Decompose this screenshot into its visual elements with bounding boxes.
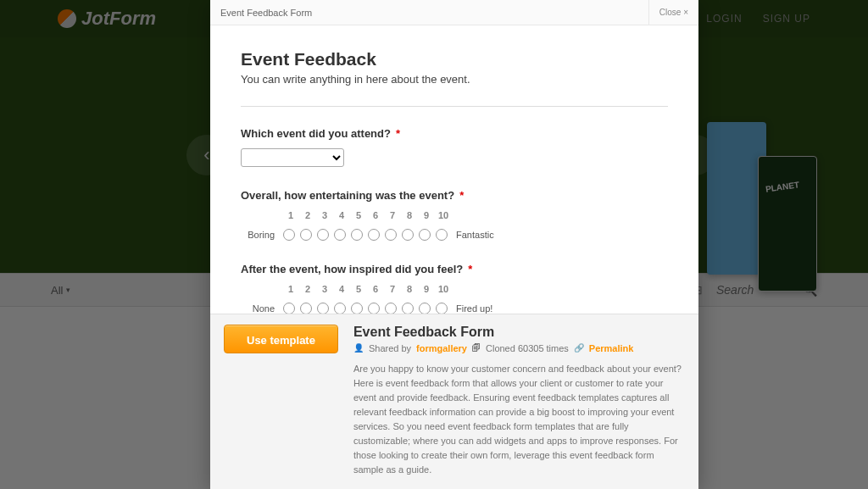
rating-radio[interactable] <box>283 303 295 314</box>
modal-footer: Use template Event Feedback Form 👤 Share… <box>210 314 698 489</box>
modal-title: Event Feedback Form <box>220 8 312 18</box>
event-select[interactable] <box>241 148 344 167</box>
q3-high-label: Fired up! <box>456 303 492 314</box>
form-title: Event Feedback <box>241 49 668 69</box>
rating-radio[interactable] <box>385 303 397 314</box>
rating-radio[interactable] <box>300 303 312 314</box>
rating-radio[interactable] <box>402 229 414 241</box>
rating-radio[interactable] <box>351 303 363 314</box>
rating-radio[interactable] <box>402 303 414 314</box>
link-icon: 🔗 <box>574 343 584 353</box>
cloned-count: Cloned 60305 times <box>486 343 569 353</box>
q3-low-label: None <box>241 303 275 314</box>
question-inspired: After the event, how inspired did you fe… <box>241 263 668 314</box>
rating-radio[interactable] <box>317 303 329 314</box>
q2-label: Overall, how entertaining was the event?… <box>241 189 668 202</box>
rating-radio[interactable] <box>334 229 346 241</box>
modal-header: Event Feedback Form Close × <box>210 0 698 25</box>
close-button[interactable]: Close × <box>648 0 688 25</box>
rating-radio[interactable] <box>317 229 329 241</box>
footer-title: Event Feedback Form <box>353 325 685 340</box>
q3-radios <box>283 303 448 314</box>
q2-high-label: Fantastic <box>456 230 494 240</box>
rating-radio[interactable] <box>419 229 431 241</box>
footer-meta: 👤 Shared by formgallery 🗐 Cloned 60305 t… <box>353 343 685 353</box>
q3-label: After the event, how inspired did you fe… <box>241 263 668 275</box>
rating-radio[interactable] <box>419 303 431 314</box>
rating-radio[interactable] <box>368 303 380 314</box>
clone-icon: 🗐 <box>472 343 481 353</box>
q2-low-label: Boring <box>241 230 275 240</box>
use-template-button[interactable]: Use template <box>224 325 338 353</box>
user-icon: 👤 <box>353 343 364 353</box>
q2-radios <box>283 229 448 241</box>
scale-numbers: 1 2 3 4 5 6 7 8 9 10 <box>285 210 668 220</box>
q1-label: Which event did you attend?* <box>241 127 668 140</box>
divider <box>241 106 668 107</box>
scale-numbers: 1 2 3 4 5 6 7 8 9 10 <box>285 284 668 294</box>
shared-by-label: Shared by <box>369 343 411 353</box>
modal-body: Event Feedback You can write anything in… <box>210 25 698 314</box>
form-subtitle: You can write anything in here about the… <box>241 73 668 86</box>
rating-radio[interactable] <box>300 229 312 241</box>
rating-radio[interactable] <box>436 229 448 241</box>
permalink-link[interactable]: Permalink <box>589 343 634 353</box>
rating-radio[interactable] <box>334 303 346 314</box>
rating-radio[interactable] <box>368 229 380 241</box>
rating-radio[interactable] <box>385 229 397 241</box>
footer-description: Are you happy to know your customer conc… <box>353 362 685 477</box>
shared-by-link[interactable]: formgallery <box>416 343 467 353</box>
question-entertaining: Overall, how entertaining was the event?… <box>241 189 668 241</box>
rating-radio[interactable] <box>436 303 448 314</box>
footer-info: Event Feedback Form 👤 Shared by formgall… <box>353 325 685 477</box>
question-event-attended: Which event did you attend?* <box>241 127 668 167</box>
modal: Event Feedback Form Close × Event Feedba… <box>210 0 698 489</box>
rating-radio[interactable] <box>283 229 295 241</box>
rating-radio[interactable] <box>351 229 363 241</box>
